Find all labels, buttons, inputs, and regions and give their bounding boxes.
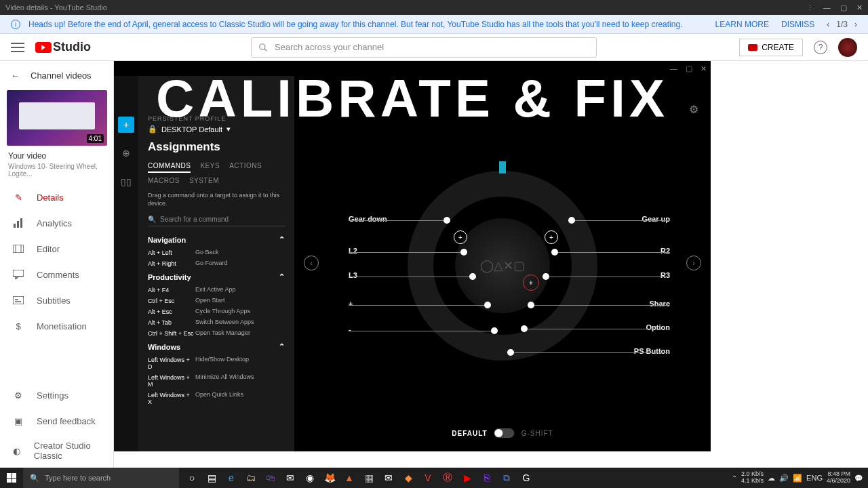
studio-logo[interactable]: Studio (35, 40, 91, 54)
sketch-icon[interactable]: ◆ (399, 468, 417, 488)
youtube-icon[interactable]: ▶ (458, 468, 476, 488)
command-row[interactable]: Alt + F4Exit Active App (148, 285, 285, 296)
gear-icon: ⚙ (12, 389, 24, 401)
node-gear-up[interactable] (568, 217, 575, 224)
onedrive-icon[interactable]: ☁ (768, 474, 775, 483)
taskbar-search-input[interactable]: 🔍 Type here to search (23, 468, 179, 488)
section-windows[interactable]: Windows⌃ (148, 339, 285, 354)
store-icon[interactable]: 🛍 (262, 468, 279, 488)
mode-toggle[interactable] (494, 428, 515, 438)
wifi-icon[interactable]: 📶 (793, 474, 802, 483)
sidebar-item-settings[interactable]: ⚙ Settings (0, 382, 113, 408)
assignment-tabs: COMMANDS KEYS ACTIONS (148, 162, 285, 173)
tab-macros[interactable]: MACROS (148, 177, 180, 186)
cortana-icon[interactable]: ○ (183, 468, 201, 488)
section-navigation[interactable]: Navigation⌃ (148, 232, 285, 247)
explorer-icon[interactable]: 🗂 (242, 468, 260, 488)
banner-next-icon[interactable]: › (854, 20, 857, 29)
start-button[interactable] (0, 468, 23, 488)
window-maximize-icon[interactable]: ▢ (840, 3, 847, 12)
sidebar-item-monetisation[interactable]: $ Monetisation (0, 313, 113, 339)
node-r2[interactable] (551, 249, 558, 256)
dismiss-button[interactable]: DISMISS (781, 20, 814, 29)
command-row[interactable]: Alt + RightGo Forward (148, 258, 285, 269)
wheel-prev-button[interactable]: ‹ (304, 256, 319, 270)
video-thumbnail[interactable]: 4:01 (7, 90, 106, 146)
node-highlight[interactable]: + (523, 274, 539, 291)
hamburger-menu-icon[interactable] (11, 43, 24, 52)
command-search-input[interactable]: 🔍 Search for a command (148, 213, 285, 226)
node-plus[interactable] (484, 302, 491, 308)
command-row[interactable]: Alt + LeftGo Back (148, 247, 285, 258)
command-row[interactable]: Alt + TabSwitch Between Apps (148, 317, 285, 328)
sidebar-item-comments[interactable]: Comments (0, 262, 113, 287)
command-row[interactable]: Left Windows + MMinimize All Windows (148, 372, 285, 390)
node-l3[interactable] (469, 273, 476, 280)
app-red-icon[interactable]: Ⓡ (439, 468, 456, 488)
command-row[interactable]: Ctrl + EscOpen Start (148, 296, 285, 306)
sidebar-item-details[interactable]: ✎ Details (0, 184, 113, 210)
node-ring-l2[interactable]: + (454, 230, 467, 244)
node-l2[interactable] (460, 249, 467, 256)
tab-actions[interactable]: ACTIONS (229, 162, 262, 173)
wheel-view-icon[interactable]: ⊕ (118, 145, 134, 161)
notifications-icon[interactable]: 💬 (854, 474, 863, 482)
clock[interactable]: 8:48 PM 4/6/2020 (827, 471, 850, 485)
tab-commands[interactable]: COMMANDS (148, 162, 191, 173)
sidebar-item-subtitles[interactable]: Subtitles (0, 287, 113, 313)
command-row[interactable]: Ctrl + Shift + EscOpen Task Manager (148, 328, 285, 339)
language-icon[interactable]: ENG (806, 474, 823, 483)
sidebar-item-feedback[interactable]: ▣ Send feedback (0, 408, 113, 434)
twitch-icon[interactable]: ⎘ (478, 468, 496, 488)
vscode-icon[interactable]: ⧉ (498, 468, 515, 488)
chrome-icon[interactable]: ◉ (301, 468, 319, 488)
node-gear-down[interactable] (443, 217, 450, 224)
command-row[interactable]: Alt + EscCycle Through Apps (148, 306, 285, 317)
edge-icon[interactable]: e (222, 468, 240, 488)
user-avatar[interactable] (838, 38, 857, 57)
window-more-icon[interactable]: ⋮ (806, 3, 814, 12)
command-row[interactable]: Left Windows + XOpen Quick Links (148, 390, 285, 407)
editor-icon (12, 243, 24, 255)
task-view-icon[interactable]: ▤ (203, 468, 220, 488)
sidebar-item-classic[interactable]: ◐ Creator Studio Classic (0, 434, 113, 468)
search-input[interactable]: Search across your channel (251, 37, 597, 58)
create-button[interactable]: CREATE (739, 39, 803, 56)
youtube-play-icon (35, 42, 52, 53)
help-icon[interactable]: ? (814, 41, 827, 54)
tab-keys[interactable]: KEYS (200, 162, 220, 173)
vivaldi-icon[interactable]: V (419, 468, 437, 488)
section-productivity[interactable]: Productivity⌃ (148, 269, 285, 285)
node-r3[interactable] (542, 273, 549, 280)
window-minimize-icon[interactable]: — (823, 3, 831, 12)
label-gear-up: Gear up (642, 215, 670, 223)
pedals-view-icon[interactable]: ▯▯ (118, 174, 134, 190)
aol-icon[interactable]: ✉ (380, 468, 397, 488)
node-ps[interactable] (507, 349, 514, 356)
firefox-icon[interactable]: 🦊 (321, 468, 338, 488)
banner-message: Heads up! Before the end of April, gener… (28, 20, 715, 29)
command-row[interactable]: Left Windows + DHide/Show Desktop (148, 354, 285, 372)
node-option[interactable] (521, 325, 528, 332)
pencil-icon: ✎ (12, 191, 24, 203)
svg-rect-3 (17, 221, 19, 228)
wheel-next-button[interactable]: › (686, 256, 701, 270)
search-icon (258, 43, 268, 52)
volume-icon[interactable]: 🔊 (779, 474, 789, 483)
node-ring-r2[interactable]: + (545, 230, 558, 244)
tab-system[interactable]: SYSTEM (189, 177, 219, 186)
banner-prev-icon[interactable]: ‹ (827, 20, 829, 29)
logitech-icon[interactable]: G (517, 468, 535, 488)
window-close-icon[interactable]: ✕ (856, 3, 863, 12)
node-share[interactable] (528, 302, 534, 308)
mail-icon[interactable]: ✉ (281, 468, 299, 488)
node-minus[interactable] (491, 327, 498, 334)
brave-icon[interactable]: ▲ (340, 468, 358, 488)
learn-more-link[interactable]: LEARN MORE (715, 20, 769, 29)
sidebar-item-editor[interactable]: Editor (0, 236, 113, 262)
app-icon[interactable]: ▦ (360, 468, 378, 488)
tray-expand-icon[interactable]: ⌃ (732, 474, 737, 482)
steering-wheel: ◯△✕▢ (408, 171, 597, 361)
back-to-channel-videos[interactable]: ← Channel videos (0, 61, 113, 90)
sidebar-item-analytics[interactable]: Analytics (0, 210, 113, 236)
